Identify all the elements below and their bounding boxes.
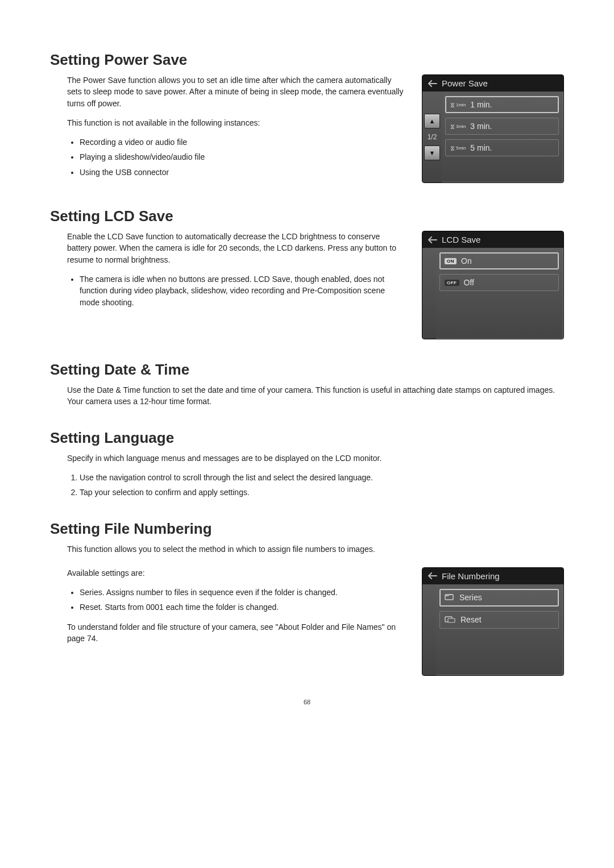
lcd-item-label: Off <box>464 278 474 287</box>
bullet-item: Reset. Starts from 0001 each time the fo… <box>80 601 406 613</box>
section-file-numbering: Setting File Numbering This function all… <box>50 520 564 676</box>
paragraph: Use the Date & Time function to set the … <box>67 384 564 408</box>
bullet-item: Using the USB connector <box>80 167 406 178</box>
bullet-item: The camera is idle when no buttons are p… <box>80 273 406 308</box>
timer-icon: ⧖3min <box>450 123 466 130</box>
bullet-item: Recording a video or audio file <box>80 136 406 148</box>
heading-date-time: Setting Date & Time <box>50 361 564 379</box>
lcd-item-label: Series <box>459 593 482 602</box>
section-lcd-save: Setting LCD Save Enable the LCD Save fun… <box>50 207 564 339</box>
paragraph: To understand folder and file structure … <box>67 621 406 645</box>
lcd-lcd-save: LCD Save ON On OFF Off <box>422 231 564 339</box>
lcd-sidebar: ▲ 1/2 ▼ <box>422 92 442 182</box>
heading-lcd-save: Setting LCD Save <box>50 207 564 225</box>
nav-down-button[interactable]: ▼ <box>424 146 440 160</box>
section-date-time: Setting Date & Time Use the Date & Time … <box>50 361 564 408</box>
bullet-list: Series. Assigns number to files in seque… <box>67 587 406 613</box>
lcd-sidebar <box>422 248 436 339</box>
lcd-list: ⧖1min 1 min. ⧖3min 3 min. ⧖5min 5 min. <box>442 92 563 182</box>
text-file-numbering-intro: This function allows you to select the m… <box>50 543 564 567</box>
heading-language: Setting Language <box>50 429 564 447</box>
lcd-item-label: 5 min. <box>470 143 492 152</box>
lcd-item-3min[interactable]: ⧖3min 3 min. <box>445 118 559 135</box>
bullet-list: The camera is idle when no buttons are p… <box>67 273 406 308</box>
lcd-title: LCD Save <box>442 235 480 244</box>
lcd-item-label: On <box>461 256 472 265</box>
back-icon <box>428 236 437 243</box>
lcd-file-numbering: File Numbering Series <box>422 567 564 676</box>
paragraph: Specify in which language menus and mess… <box>67 452 564 464</box>
step-item: Use the navigation control to scroll thr… <box>80 472 564 483</box>
paragraph: This function is not available in the fo… <box>67 117 406 128</box>
text-power-save: The Power Save function allows you to se… <box>50 74 406 186</box>
nav-up-button[interactable]: ▲ <box>424 114 440 128</box>
lcd-item-label: Reset <box>460 615 482 624</box>
back-icon <box>428 80 437 87</box>
step-item: Tap your selection to confirm and apply … <box>80 487 564 498</box>
lcd-item-series[interactable]: Series <box>439 589 559 607</box>
bullet-list: Recording a video or audio file Playing … <box>67 136 406 178</box>
back-icon <box>428 572 437 579</box>
svg-rect-2 <box>448 618 455 622</box>
text-date-time: Use the Date & Time function to set the … <box>50 384 564 408</box>
numbered-list: Use the navigation control to scroll thr… <box>67 472 564 499</box>
lcd-header: Power Save <box>422 75 563 92</box>
lcd-header: LCD Save <box>422 231 563 248</box>
paragraph: Available settings are: <box>67 567 406 579</box>
timer-icon: ⧖5min <box>450 144 466 152</box>
lcd-item-on[interactable]: ON On <box>439 252 559 269</box>
lcd-sidebar <box>422 584 436 675</box>
text-file-numbering: Available settings are: Series. Assigns … <box>50 567 406 652</box>
lcd-title: File Numbering <box>442 571 500 581</box>
on-badge-icon: ON <box>445 258 457 264</box>
paragraph: The Power Save function allows you to se… <box>67 74 406 109</box>
timer-icon: ⧖1min <box>450 101 466 109</box>
lcd-item-label: 3 min. <box>470 122 492 131</box>
paragraph: This function allows you to select the m… <box>67 543 564 555</box>
lcd-item-reset[interactable]: Reset <box>439 611 559 629</box>
lcd-list: ON On OFF Off <box>436 248 563 339</box>
page-number: 68 <box>50 699 564 705</box>
text-lcd-save: Enable the LCD Save function to automati… <box>50 231 406 316</box>
folder-series-icon <box>445 593 455 603</box>
section-power-save: Setting Power Save The Power Save functi… <box>50 51 564 186</box>
page-indicator: 1/2 <box>428 133 437 141</box>
lcd-list: Series Reset <box>436 584 563 675</box>
paragraph: Enable the LCD Save function to automati… <box>67 231 406 265</box>
lcd-item-5min[interactable]: ⧖5min 5 min. <box>445 139 559 156</box>
heading-file-numbering: Setting File Numbering <box>50 520 564 538</box>
bullet-item: Playing a slideshow/video/audio file <box>80 151 406 163</box>
lcd-item-1min[interactable]: ⧖1min 1 min. <box>445 96 559 113</box>
lcd-power-save: Power Save ▲ 1/2 ▼ ⧖1min 1 min. <box>422 74 564 183</box>
heading-power-save: Setting Power Save <box>50 51 564 69</box>
text-language: Specify in which language menus and mess… <box>50 452 564 499</box>
lcd-item-off[interactable]: OFF Off <box>439 274 559 291</box>
lcd-header: File Numbering <box>422 568 563 584</box>
lcd-item-label: 1 min. <box>470 100 492 109</box>
section-language: Setting Language Specify in which langua… <box>50 429 564 499</box>
off-badge-icon: OFF <box>445 280 459 286</box>
bullet-item: Series. Assigns number to files in seque… <box>80 587 406 598</box>
lcd-title: Power Save <box>442 78 488 88</box>
folder-reset-icon <box>445 615 456 625</box>
